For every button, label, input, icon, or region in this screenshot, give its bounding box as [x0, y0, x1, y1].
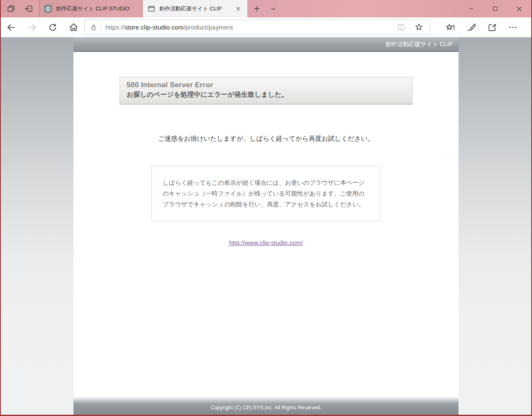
clip-studio-favicon: G: [44, 5, 52, 13]
error-subtitle: お探しのページを処理中にエラーが発生致しました。: [127, 91, 405, 99]
cache-notice-text: しばらく経ってもこの表示が続く場合には、お使いのブラウザに本ページのキャッシュ（…: [163, 179, 365, 208]
page-icon: [147, 5, 156, 13]
cache-notice-box: しばらく経ってもこの表示が続く場合には、お使いのブラウザに本ページのキャッシュ（…: [151, 166, 381, 221]
settings-more-button[interactable]: [503, 17, 523, 37]
tab-active-error-page[interactable]: 創作活動応援サイト CLIP: [143, 0, 247, 17]
url-text[interactable]: https://store.clip-studio.com/product/pa…: [105, 24, 393, 31]
url-scheme: https://: [105, 24, 125, 31]
copyright-text: Copyright (C) CELSYS,Inc. All Rights Res…: [211, 405, 322, 411]
ellipsis-icon: [508, 22, 518, 32]
page-footer: Copyright (C) CELSYS,Inc. All Rights Res…: [73, 396, 459, 415]
home-icon: [68, 22, 79, 32]
tab-title: 創作応援サイト CLIP STUDIO: [56, 5, 138, 12]
error-box: 500 Internal Server Error お探しのページを処理中にエラ…: [120, 77, 412, 105]
refresh-icon: [48, 22, 58, 32]
browser-window: G 創作応援サイト CLIP STUDIO 創作活動応援サイト CLIP: [0, 0, 532, 416]
tab-bar: G 創作応援サイト CLIP STUDIO 創作活動応援サイト CLIP: [1, 0, 531, 17]
apology-text: ご迷惑をお掛けいたしますが、しばらく経ってから再度お試しください。: [73, 135, 459, 143]
forward-arrow-icon: [27, 22, 37, 33]
site-header: 創作活動応援サイト CLIP: [73, 37, 459, 52]
close-window-button[interactable]: [507, 0, 531, 17]
set-tabs-aside-button[interactable]: [22, 2, 36, 16]
address-bar[interactable]: https://store.clip-studio.com/product/pa…: [84, 20, 430, 35]
tab-list-dropdown-button[interactable]: [266, 2, 281, 16]
tab-preview-icon: [7, 4, 16, 13]
reading-view-icon: [396, 22, 406, 32]
add-favorite-button[interactable]: [410, 20, 427, 34]
share-icon: [487, 22, 498, 33]
home-link-row: http://www.clip-studio.com/: [73, 239, 459, 247]
content-column: 創作活動応援サイト CLIP 500 Internal Server Error…: [73, 37, 459, 415]
url-host: store.clip-studio.com: [125, 24, 184, 31]
url-divider: [101, 23, 101, 32]
lock-icon: [88, 23, 101, 31]
maximize-button[interactable]: [483, 0, 507, 17]
titlebar-buttons: [1, 0, 39, 17]
home-button[interactable]: [63, 17, 84, 37]
reading-view-button[interactable]: [393, 20, 410, 34]
minimize-icon: [467, 5, 475, 12]
home-link[interactable]: http://www.clip-studio.com/: [229, 239, 303, 246]
set-tabs-aside-icon: [24, 4, 33, 13]
chevron-down-icon: [270, 5, 277, 12]
back-button[interactable]: [1, 17, 22, 37]
maximize-icon: [491, 5, 499, 12]
navigation-bar: https://store.clip-studio.com/product/pa…: [1, 17, 531, 37]
favorites-hub-button[interactable]: [440, 17, 461, 37]
error-title: 500 Internal Server Error: [127, 81, 405, 89]
refresh-button[interactable]: [42, 17, 63, 37]
tab-title: 創作活動応援サイト CLIP: [159, 5, 230, 12]
pen-icon: [466, 22, 477, 33]
favorites-list-icon: [445, 22, 456, 33]
tab-close-icon[interactable]: [234, 4, 243, 13]
web-note-button[interactable]: [461, 17, 482, 37]
back-arrow-icon: [6, 22, 17, 33]
close-icon: [515, 5, 523, 13]
star-icon: [414, 22, 424, 32]
new-tab-button[interactable]: [250, 2, 264, 16]
page-viewport: 創作活動応援サイト CLIP 500 Internal Server Error…: [1, 37, 531, 415]
window-controls: [459, 0, 531, 17]
minimize-button[interactable]: [459, 0, 483, 17]
new-tab-controls: [247, 0, 283, 17]
tab-clip-studio-store[interactable]: G 創作応援サイト CLIP STUDIO: [39, 0, 143, 17]
forward-button[interactable]: [22, 17, 42, 37]
tab-preview-button[interactable]: [4, 2, 18, 16]
url-path: /product/payment: [183, 24, 233, 31]
toolbar-right: [440, 17, 523, 37]
plus-icon: [253, 5, 261, 13]
share-button[interactable]: [482, 17, 503, 37]
site-header-title: 創作活動応援サイト CLIP: [386, 41, 453, 48]
